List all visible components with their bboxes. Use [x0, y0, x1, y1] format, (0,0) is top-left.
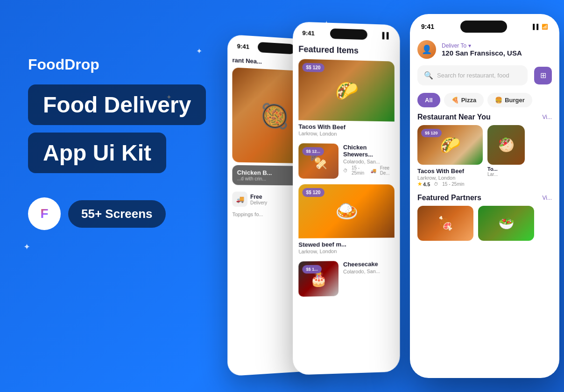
featured-title: Featured Items	[298, 41, 395, 62]
clock-icon: ⏱	[434, 182, 438, 187]
phone-front-content: 👤 Deliver To ▾ 120 San Fransisco, USA 🔍 …	[410, 36, 559, 241]
partners-section-header: Featured Partners Vi...	[417, 194, 552, 202]
delivery-sub: Delivery	[250, 200, 267, 205]
search-row: 🔍 Search for restaurant, food ⊞	[417, 61, 552, 90]
mid-item-1-info: Tacos With Beef Larkrow, London	[298, 120, 395, 140]
mid-item-3-info: Stewed beef m... Larkrow, London	[298, 238, 395, 257]
mid-item-2-info: Chicken Shewers... Colarodo, San... ⏱ 15…	[343, 144, 395, 176]
category-pizza[interactable]: 🍕 Pizza	[444, 93, 484, 107]
mid-item-4-img: 🎂 $$ 1...	[298, 261, 338, 297]
tagline-box-1: Food Delivery	[28, 84, 206, 125]
partner-card-2[interactable]: 🥗	[478, 206, 534, 241]
partners-view-all[interactable]: Vi...	[543, 195, 552, 201]
partners-title: Featured Partners	[417, 194, 481, 202]
tagline-1: Food Delivery	[43, 92, 191, 117]
mid-item-2-name: Chicken Shewers...	[343, 144, 395, 158]
phone-front: 9:41 ▌▌ 📶 👤 Deliver To ▾ 120 San Fransis…	[410, 14, 559, 378]
restaurant-card-2[interactable]: 🥙 To... Lar...	[487, 125, 525, 189]
category-pizza-label: Pizza	[461, 97, 477, 104]
mid-item-1-price: $$ 120	[302, 63, 324, 72]
tagline-2: App Ui Kit	[43, 140, 151, 165]
partner-1-img: 🍖	[417, 206, 473, 241]
restaurant-card-2-name: To...	[487, 166, 525, 172]
phone-mid-notch	[330, 28, 367, 40]
deliver-info: Deliver To ▾ 120 San Fransisco, USA	[442, 42, 522, 57]
mid-item-2-meta: ⏱ 15 - 25min 🚚 Free De...	[343, 165, 395, 175]
mid-item-4-loc: Colarodo, San...	[343, 268, 395, 274]
pizza-emoji: 🍕	[451, 97, 459, 104]
screens-count: 55+ Screens	[81, 207, 153, 221]
rating-display: ★ 4.5	[417, 181, 430, 187]
partner-card-1[interactable]: 🍖	[417, 206, 473, 241]
rating-value: 4.5	[423, 182, 430, 187]
phone-mid-signal: ▌▌	[382, 32, 391, 39]
phone-mid-time: 9:41	[302, 29, 314, 36]
category-all-label: All	[425, 97, 433, 104]
figma-logo: F	[28, 197, 61, 230]
categories-row: All 🍕 Pizza 🍔 Burger	[417, 93, 552, 107]
star-icon: ★	[417, 181, 422, 187]
avatar-emoji: 👤	[422, 44, 432, 55]
clock-icon-2: ⏱	[343, 168, 348, 173]
phone-back-notch	[258, 42, 295, 55]
screens-badge: 55+ Screens	[68, 200, 166, 228]
restaurant-card-1[interactable]: 🌮 $$ 120 Tacos With Beef Larkrow, London…	[417, 125, 483, 189]
phone-front-signal: ▌▌ 📶	[533, 24, 548, 30]
mid-item-2-price: $$ 12...	[302, 147, 324, 156]
figma-badge: F 55+ Screens	[28, 197, 206, 230]
mid-item-1-name: Tacos With Beef	[298, 123, 395, 132]
restaurant-view-all[interactable]: Vi...	[543, 114, 552, 120]
avatar: 👤	[417, 40, 436, 59]
phone-back-time: 9:41	[237, 42, 249, 50]
restaurant-section-title: Restaurant Near You	[417, 113, 491, 121]
deliver-to-text: Deliver To	[442, 42, 466, 49]
deliver-address: 120 San Fransisco, USA	[442, 49, 522, 57]
burger-emoji: 🍔	[495, 97, 502, 104]
mid-item-4-price: $$ 1...	[302, 265, 321, 274]
search-bar[interactable]: 🔍 Search for restaurant, food	[417, 65, 528, 85]
brand-name: FoodDrop	[28, 56, 206, 73]
tagline-box-2: App Ui Kit	[28, 133, 166, 173]
mid-item-4-info: Cheesecake Colarodo, San...	[343, 260, 395, 275]
restaurant-card-1-name: Tacos With Beef	[417, 168, 483, 175]
truck-icon-2: 🚚	[371, 168, 376, 173]
restaurant-card-1-info: Tacos With Beef Larkrow, London ★ 4.5 ⏱ …	[417, 165, 483, 189]
deliver-row: 👤 Deliver To ▾ 120 San Fransisco, USA	[417, 36, 552, 61]
mid-item-3-loc: Larkrow, London	[298, 248, 395, 254]
phone-mid: 9:41 ▌▌ Featured Items 🌮 $$ 120 Tacos Wi…	[293, 21, 400, 375]
delivery-icon: 🚚	[232, 192, 247, 207]
mid-item-2-time: 15 - 25min	[352, 165, 367, 175]
restaurant-card-1-meta: ★ 4.5 ⏱ 15 - 25min	[417, 181, 483, 187]
mid-item-1[interactable]: 🌮 $$ 120 Tacos With Beef Larkrow, London	[298, 59, 395, 140]
mid-item-2[interactable]: 🍢 $$ 12... Chicken Shewers... Colarodo, …	[298, 143, 395, 179]
mid-item-4-name: Cheesecake	[343, 260, 395, 268]
restaurant-card-2-img: 🥙	[487, 125, 525, 165]
mid-item-2-loc: Colarodo, San...	[343, 159, 395, 165]
restaurant-section-header: Restaurant Near You Vi...	[417, 113, 552, 121]
phone-mid-status: 9:41 ▌▌	[293, 21, 400, 43]
partners-scroll: 🍖 🥗	[417, 206, 552, 241]
filter-button[interactable]: ⊞	[534, 67, 552, 84]
category-burger-label: Burger	[505, 97, 525, 104]
free-label: Free	[250, 193, 267, 200]
deliver-to-label[interactable]: Deliver To ▾	[442, 42, 522, 49]
restaurant-card-1-price: $$ 120	[421, 129, 442, 137]
chevron-down-icon: ▾	[468, 42, 471, 49]
restaurant-scroll: 🌮 $$ 120 Tacos With Beef Larkrow, London…	[417, 125, 552, 189]
mid-item-2-img: 🍢 $$ 12...	[298, 143, 338, 179]
search-input[interactable]: Search for restaurant, food	[437, 72, 521, 79]
free-delivery-info: Free Delivery	[250, 193, 267, 205]
mid-item-4[interactable]: 🎂 $$ 1... Cheesecake Colarodo, San...	[298, 260, 395, 297]
phone-mid-content: Featured Items 🌮 $$ 120 Tacos With Beef …	[293, 41, 400, 297]
search-icon: 🔍	[424, 71, 433, 80]
mid-item-3-name: Stewed beef m...	[298, 240, 395, 248]
category-burger[interactable]: 🍔 Burger	[487, 93, 532, 107]
mid-item-1-location: Larkrow, London	[298, 131, 395, 137]
mid-item-3[interactable]: 🍛 $$ 120 Stewed beef m... Larkrow, Londo…	[298, 184, 395, 257]
phone-front-time: 9:41	[421, 23, 434, 30]
restaurant-card-1-time: 15 - 25min	[442, 182, 464, 187]
sparkle-icon-3: ✦	[23, 242, 30, 252]
phone-front-notch	[460, 21, 507, 33]
phone-front-status: 9:41 ▌▌ 📶	[410, 14, 559, 36]
category-all[interactable]: All	[417, 93, 440, 107]
